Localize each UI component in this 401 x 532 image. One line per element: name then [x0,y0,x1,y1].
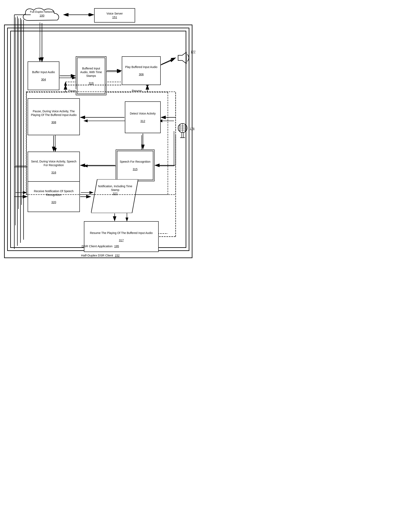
send-during-voice-box: Send, During Voice Activity, Speech For … [28,152,80,182]
dsr-client-label: DSR Client Application 195 [82,244,119,248]
half-duplex-label: Half-Duplex DSR Client 152 [81,253,120,257]
receive-notification-box: Receive Notification Of Speech Recogniti… [28,181,80,212]
buffered-input-audio-box: Buffered Input Audio, With Time Stamps 3… [76,56,106,95]
voice-server-box: Voice Server 151 [94,8,135,23]
diagram-container: Full-Duplex Network 100 Voice Server 151… [4,4,197,260]
network-label: Full-Duplex Network 100 [27,10,57,18]
play-buffered-input-audio-box: Play Buffered Input Audio 306 [122,56,161,85]
speech-for-recognition-box: Speech For Recognition 315 [116,150,154,181]
buffer-input-audio-box: Buffer Input Audio 304 [28,62,59,90]
pause-during-voice-box: Pause, During Voice Activity, The Playin… [28,98,80,135]
resume-label: Resume [131,89,142,92]
network-cloud: Full-Duplex Network 100 [20,6,63,25]
notification-parallelogram: Notification, Including Time Stamp 322 [91,179,138,213]
pause-label: Pause [68,89,77,92]
detect-voice-activity-box: Detect Voice Activity 312 [125,101,161,133]
